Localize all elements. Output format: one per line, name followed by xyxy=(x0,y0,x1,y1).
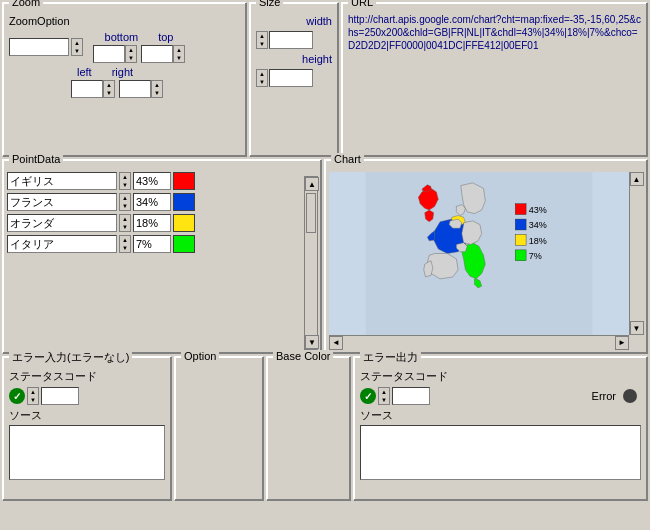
svg-text:18%: 18% xyxy=(529,236,547,246)
chart-hscrollbar[interactable]: ◄ ► xyxy=(329,335,629,349)
basecolor-panel: Base Color xyxy=(266,356,351,501)
error-output-spin[interactable]: ▲ ▼ xyxy=(378,387,390,405)
error-output-title: エラー出力 xyxy=(360,350,421,365)
zoom-option-spin-down[interactable]: ▼ xyxy=(72,47,82,55)
size-title: Size xyxy=(256,0,283,8)
bottom-input[interactable]: 35 xyxy=(93,45,125,63)
scroll-thumb[interactable] xyxy=(306,193,316,233)
url-panel: URL http://chart.apis.google.com/chart?c… xyxy=(341,2,648,157)
pd-pct-2[interactable] xyxy=(133,214,171,232)
pd-spin-2[interactable]: ▲ ▼ xyxy=(119,214,131,232)
pd-color-2[interactable] xyxy=(173,214,195,232)
pd-scrollbar[interactable]: ▲ ▼ xyxy=(304,176,318,350)
pd-name-1[interactable] xyxy=(7,193,117,211)
option-panel: Option xyxy=(174,356,264,501)
chart-scroll-right[interactable]: ► xyxy=(615,336,629,350)
svg-rect-6 xyxy=(515,234,526,245)
bottom-spin[interactable]: ▲ ▼ xyxy=(125,45,137,63)
chart-scroll-down[interactable]: ▼ xyxy=(630,321,644,335)
error-output-panel: エラー出力 ステータスコード ✓ ▲ ▼ 0 Error ソース xyxy=(353,356,648,501)
bottom-spin-group: 35 ▲ ▼ xyxy=(93,45,137,63)
svg-text:34%: 34% xyxy=(529,220,547,230)
chart-inner: 43% 34% 18% 7% ◄ ► xyxy=(329,172,643,349)
chart-panel: Chart xyxy=(324,159,648,354)
pd-pct-1[interactable] xyxy=(133,193,171,211)
height-spin[interactable]: ▲ ▼ xyxy=(256,69,268,87)
svg-text:7%: 7% xyxy=(529,251,542,261)
zoom-option-spin-up[interactable]: ▲ xyxy=(72,39,82,47)
width-input[interactable]: 250 xyxy=(269,31,313,49)
bottom-label: bottom xyxy=(105,31,139,43)
right-label: right xyxy=(112,66,133,78)
pd-color-3[interactable] xyxy=(173,235,195,253)
error-output-source-textarea[interactable] xyxy=(360,425,641,480)
url-title: URL xyxy=(348,0,376,8)
svg-text:43%: 43% xyxy=(529,205,547,215)
height-label: height xyxy=(302,53,332,65)
zoom-panel: Zoom ZoomOption fixed ▲ ▼ bottom top xyxy=(2,2,247,157)
pd-name-0[interactable] xyxy=(7,172,117,190)
error-label: Error xyxy=(592,390,616,402)
svg-rect-8 xyxy=(515,250,526,261)
svg-rect-4 xyxy=(515,219,526,230)
width-spin[interactable]: ▲ ▼ xyxy=(256,31,268,49)
height-input[interactable]: 200 xyxy=(269,69,313,87)
right-input[interactable]: 25 xyxy=(119,80,151,98)
error-input-panel: エラー入力(エラーなし) ステータスコード ✓ ▲ ▼ 0 ソース xyxy=(2,356,172,501)
map-area: 43% 34% 18% 7% xyxy=(329,172,629,335)
pd-row-3: ▲ ▼ xyxy=(7,235,317,253)
pd-spin-3[interactable]: ▲ ▼ xyxy=(119,235,131,253)
url-text: http://chart.apis.google.com/chart?cht=m… xyxy=(348,13,641,52)
error-indicator-group: Error xyxy=(592,389,637,403)
pd-name-3[interactable] xyxy=(7,235,117,253)
error-input-status-value[interactable]: 0 xyxy=(41,387,79,405)
chart-scroll-up[interactable]: ▲ xyxy=(630,172,644,186)
error-output-status-label: ステータスコード xyxy=(360,369,448,384)
chart-scroll-left[interactable]: ◄ xyxy=(329,336,343,350)
pointdata-title: PointData xyxy=(9,153,63,165)
zoom-title: Zoom xyxy=(9,0,43,8)
error-input-status-label: ステータスコード xyxy=(9,369,97,384)
size-width-row: width xyxy=(256,15,332,27)
zoom-option-label: ZoomOption xyxy=(9,15,70,27)
error-indicator xyxy=(623,389,637,403)
scroll-up-arrow[interactable]: ▲ xyxy=(305,177,319,191)
left-spin[interactable]: ▲ ▼ xyxy=(103,80,115,98)
pd-pct-3[interactable] xyxy=(133,235,171,253)
error-input-source-textarea[interactable] xyxy=(9,425,165,480)
top-spin-group: 60 ▲ ▼ xyxy=(141,45,185,63)
error-output-source-label: ソース xyxy=(360,408,641,423)
error-output-status-input-group: ✓ ▲ ▼ 0 xyxy=(360,387,430,405)
error-input-check-icon: ✓ xyxy=(9,388,25,404)
pd-pct-0[interactable] xyxy=(133,172,171,190)
top-input[interactable]: 60 xyxy=(141,45,173,63)
zoom-option-spin[interactable]: ▲ ▼ xyxy=(71,38,83,56)
error-output-check-icon: ✓ xyxy=(360,388,376,404)
chart-title: Chart xyxy=(331,153,364,165)
chart-corner xyxy=(629,335,643,349)
pd-row-2: ▲ ▼ xyxy=(7,214,317,232)
map-svg: 43% 34% 18% 7% xyxy=(329,172,629,335)
pd-color-0[interactable] xyxy=(173,172,195,190)
top-label: top xyxy=(158,31,173,43)
pd-row-1: ▲ ▼ xyxy=(7,193,317,211)
scroll-down-arrow[interactable]: ▼ xyxy=(305,335,319,349)
error-output-status-row: ステータスコード xyxy=(360,369,641,384)
pd-name-2[interactable] xyxy=(7,214,117,232)
chart-vscrollbar[interactable]: ▲ ▼ xyxy=(629,172,643,335)
error-input-status-row: ステータスコード xyxy=(9,369,165,384)
pd-spin-0[interactable]: ▲ ▼ xyxy=(119,172,131,190)
pd-spin-1[interactable]: ▲ ▼ xyxy=(119,193,131,211)
pd-color-1[interactable] xyxy=(173,193,195,211)
zoom-option-row: ZoomOption xyxy=(9,15,240,27)
bottom-row: エラー入力(エラーなし) ステータスコード ✓ ▲ ▼ 0 ソース Option… xyxy=(2,356,648,501)
width-label: width xyxy=(306,15,332,27)
zoom-option-input[interactable]: fixed xyxy=(9,38,69,56)
left-input[interactable]: -15 xyxy=(71,80,103,98)
error-input-title: エラー入力(エラーなし) xyxy=(9,350,132,365)
middle-row: PointData ▲ ▼ ▲ ▼ xyxy=(2,159,648,354)
right-spin[interactable]: ▲ ▼ xyxy=(151,80,163,98)
top-spin[interactable]: ▲ ▼ xyxy=(173,45,185,63)
error-input-spin[interactable]: ▲ ▼ xyxy=(27,387,39,405)
error-output-status-value[interactable]: 0 xyxy=(392,387,430,405)
